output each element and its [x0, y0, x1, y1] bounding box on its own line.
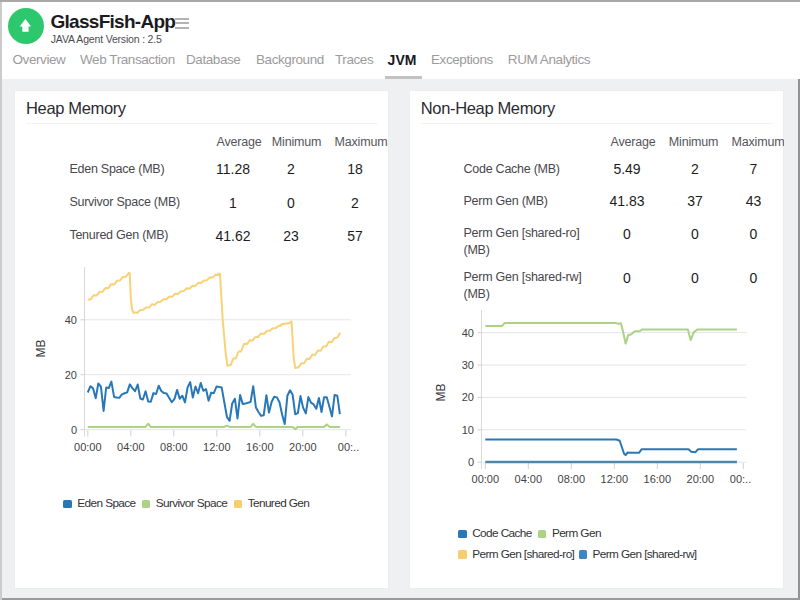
svg-text:00:..: 00:..: [730, 473, 751, 485]
svg-text:20:00: 20:00: [687, 473, 715, 485]
svg-text:MB: MB: [434, 384, 448, 402]
svg-text:16:00: 16:00: [644, 473, 672, 485]
svg-text:08:00: 08:00: [558, 473, 586, 485]
svg-text:40: 40: [462, 327, 474, 339]
svg-text:0: 0: [468, 456, 474, 468]
svg-text:04:00: 04:00: [515, 473, 543, 485]
svg-text:30: 30: [462, 359, 474, 371]
svg-text:20: 20: [462, 391, 474, 403]
svg-text:12:00: 12:00: [601, 473, 629, 485]
svg-text:10: 10: [462, 424, 474, 436]
svg-text:00:00: 00:00: [472, 473, 500, 485]
